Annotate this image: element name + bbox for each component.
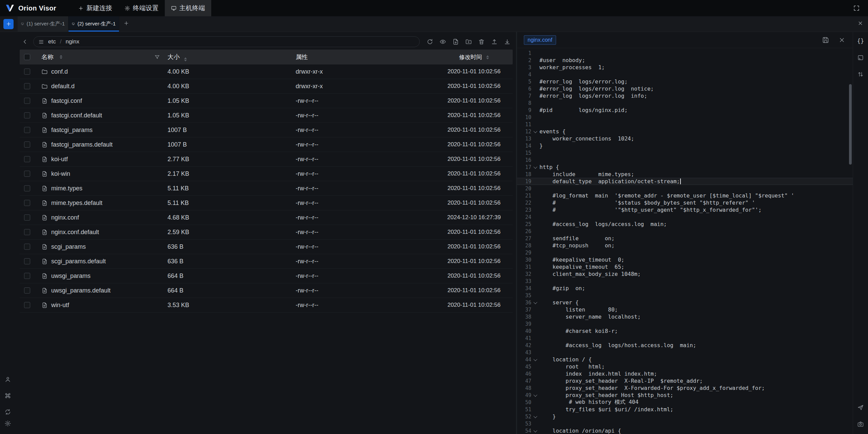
file-manager-button[interactable]: [855, 53, 866, 63]
code-line[interactable]: 1: [517, 50, 853, 57]
row-checkbox[interactable]: [24, 83, 30, 89]
name-filter-button[interactable]: [154, 54, 160, 60]
code-line[interactable]: 37 listen 80;: [517, 306, 853, 313]
code-line[interactable]: 39: [517, 320, 853, 327]
row-checkbox[interactable]: [24, 141, 30, 148]
tab-server-1[interactable]: (1) server-生产-1: [18, 16, 68, 32]
code-line[interactable]: 11: [517, 121, 853, 128]
code-line[interactable]: 50 # web history 模式 404: [517, 399, 853, 406]
row-checkbox[interactable]: [24, 214, 30, 221]
row-checkbox[interactable]: [24, 200, 30, 206]
code-line[interactable]: 47 proxy_set_header X-Real-IP $remote_ad…: [517, 377, 853, 384]
fold-chevron-icon[interactable]: [531, 301, 539, 304]
code-line[interactable]: 21 #log_format main '$remote_addr - $rem…: [517, 192, 853, 199]
fold-chevron-icon[interactable]: [531, 166, 539, 169]
editor-scrollbar[interactable]: [849, 84, 852, 165]
code-line[interactable]: 40 #charset koi8-r;: [517, 327, 853, 335]
fold-chevron-icon[interactable]: [531, 430, 539, 432]
table-row[interactable]: scgi_params 636 B -rw-r--r-- 2020-11-01 …: [20, 240, 513, 254]
code-line[interactable]: 17 http {: [517, 164, 853, 171]
code-line[interactable]: 41: [517, 335, 853, 342]
table-row[interactable]: fastcgi_params.default 1007 B -rw-r--r--…: [20, 137, 513, 152]
code-line[interactable]: 8: [517, 99, 853, 107]
row-checkbox[interactable]: [24, 69, 30, 75]
fold-chevron-icon[interactable]: [531, 415, 539, 418]
row-checkbox[interactable]: [24, 185, 30, 191]
refresh-button[interactable]: [425, 36, 435, 47]
row-checkbox[interactable]: [24, 258, 30, 264]
download-button[interactable]: [502, 36, 513, 47]
table-row[interactable]: mime.types 5.11 KB -rw-r--r-- 2020-11-01…: [20, 181, 513, 196]
code-line[interactable]: 25 #access_log logs/access.log main;: [517, 221, 853, 228]
upload-button[interactable]: [489, 36, 500, 47]
table-row[interactable]: uwsgi_params.default 664 B -rw-r--r-- 20…: [20, 283, 513, 298]
code-line[interactable]: 12 events {: [517, 128, 853, 135]
breadcrumb-item[interactable]: nginx: [65, 38, 79, 45]
row-checkbox[interactable]: [24, 171, 30, 177]
code-line[interactable]: 22 # '$status $body_bytes_sent "$http_re…: [517, 199, 853, 206]
path-bar[interactable]: etc / nginx: [33, 36, 420, 47]
code-line[interactable]: 24: [517, 213, 853, 221]
row-checkbox[interactable]: [24, 229, 30, 235]
row-checkbox[interactable]: [24, 244, 30, 250]
shortcut-button[interactable]: [3, 391, 13, 401]
code-line[interactable]: 49 proxy_set_header Host $http_host;: [517, 392, 853, 399]
table-row[interactable]: scgi_params.default 636 B -rw-r--r-- 202…: [20, 254, 513, 269]
code-line[interactable]: 2 #user nobody;: [517, 57, 853, 64]
fold-chevron-icon[interactable]: [531, 130, 539, 133]
user-button[interactable]: [3, 374, 13, 384]
code-line[interactable]: 52 }: [517, 413, 853, 420]
new-folder-button[interactable]: [463, 36, 474, 47]
code-line[interactable]: 15: [517, 149, 853, 156]
tab-server-2[interactable]: (2) server-生产-1: [68, 16, 119, 32]
name-sort-icon[interactable]: [60, 55, 62, 59]
table-row[interactable]: koi-win 2.17 KB -rw-r--r-- 2020-11-01 10…: [20, 167, 513, 181]
row-checkbox[interactable]: [24, 98, 30, 104]
code-line[interactable]: 26: [517, 228, 853, 235]
mtime-sort-icon[interactable]: [486, 55, 489, 59]
code-line[interactable]: 7 #error_log logs/error.log info;: [517, 92, 853, 99]
table-row[interactable]: nginx.conf 4.68 KB -rw-r--r-- 2024-12-10…: [20, 210, 513, 225]
row-checkbox[interactable]: [24, 127, 30, 133]
code-line[interactable]: 16: [517, 156, 853, 164]
close-panel-button[interactable]: [857, 20, 863, 27]
code-line[interactable]: 35: [517, 292, 853, 299]
back-button[interactable]: [20, 36, 31, 47]
table-row[interactable]: nginx.conf.default 2.59 KB -rw-r--r-- 20…: [20, 225, 513, 240]
save-file-button[interactable]: [820, 35, 831, 45]
close-editor-button[interactable]: [836, 35, 847, 45]
code-line[interactable]: 48 proxy_set_header X-Forwarded-For $pro…: [517, 384, 853, 392]
send-command-button[interactable]: [855, 402, 866, 413]
size-header[interactable]: 大小: [166, 53, 292, 61]
code-line[interactable]: 33: [517, 278, 853, 285]
code-line[interactable]: 30 #keepalive_timeout 0;: [517, 256, 853, 263]
add-tab-button[interactable]: [123, 20, 129, 27]
code-line[interactable]: 54 location /orion/api {: [517, 427, 853, 434]
table-row[interactable]: uwsgi_params 664 B -rw-r--r-- 2020-11-01…: [20, 269, 513, 283]
code-line[interactable]: 10: [517, 114, 853, 121]
code-line[interactable]: 38 server_name localhost;: [517, 313, 853, 320]
code-line[interactable]: 4: [517, 71, 853, 78]
transfer-list-button[interactable]: [855, 69, 866, 79]
select-all-checkbox[interactable]: [24, 54, 30, 60]
code-line[interactable]: 14 }: [517, 142, 853, 149]
code-line[interactable]: 13 worker_connections 1024;: [517, 135, 853, 142]
show-hidden-button[interactable]: [437, 36, 448, 47]
code-line[interactable]: 42 #access_log logs/host.access.log main…: [517, 342, 853, 349]
code-line[interactable]: 19 default_type application/octet-stream…: [517, 178, 853, 185]
row-checkbox[interactable]: [24, 302, 30, 308]
code-line[interactable]: 6 #error_log logs/error.log notice;: [517, 85, 853, 92]
table-row[interactable]: koi-utf 2.77 KB -rw-r--r-- 2020-11-01 10…: [20, 152, 513, 167]
size-sort-icon[interactable]: [184, 57, 187, 61]
code-line[interactable]: 43: [517, 349, 853, 356]
code-line[interactable]: 44 location / {: [517, 356, 853, 363]
row-checkbox[interactable]: [24, 287, 30, 294]
code-line[interactable]: 53: [517, 420, 853, 427]
name-header[interactable]: 名称: [35, 53, 166, 61]
snippets-button[interactable]: {}: [855, 36, 866, 46]
table-row[interactable]: win-utf 3.53 KB -rw-r--r-- 2020-11-01 10…: [20, 298, 513, 313]
new-terminal-button[interactable]: [3, 19, 14, 29]
code-line[interactable]: 18 include mime.types;: [517, 171, 853, 178]
code-line[interactable]: 36 server {: [517, 299, 853, 306]
code-line[interactable]: 46 index index.html index.htm;: [517, 370, 853, 377]
